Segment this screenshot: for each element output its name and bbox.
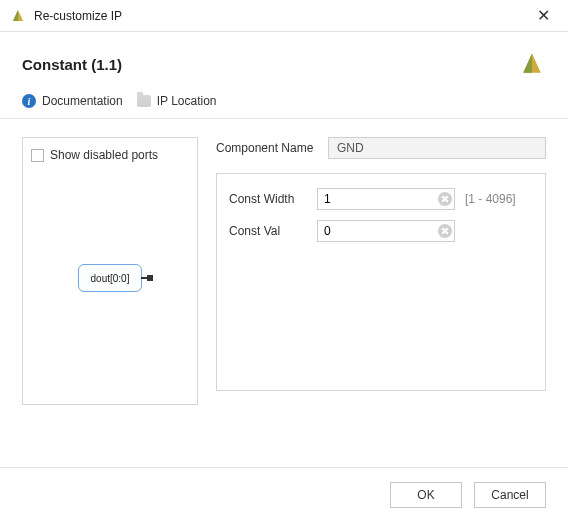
const-width-row: Const Width [1 - 4096] xyxy=(229,188,533,210)
window-title: Re-customize IP xyxy=(34,9,122,23)
component-name-row: Component Name xyxy=(216,137,546,159)
footer-separator xyxy=(0,467,568,468)
main: Show disabled ports dout[0:0] Component … xyxy=(0,119,568,405)
app-logo-icon xyxy=(518,50,546,78)
const-width-input[interactable] xyxy=(317,188,455,210)
ip-location-label: IP Location xyxy=(157,94,217,108)
svg-marker-3 xyxy=(523,54,532,73)
page-title: Constant (1.1) xyxy=(22,56,122,73)
show-disabled-ports-row[interactable]: Show disabled ports xyxy=(31,148,189,162)
properties-panel: Component Name Const Width [1 - 4096] Co… xyxy=(216,137,546,405)
titlebar: Re-customize IP ✕ xyxy=(0,0,568,32)
cancel-button[interactable]: Cancel xyxy=(474,482,546,508)
port-label: dout[0:0] xyxy=(91,273,130,284)
folder-icon xyxy=(137,95,151,107)
const-width-range: [1 - 4096] xyxy=(465,192,516,206)
svg-marker-1 xyxy=(13,10,18,21)
clear-icon[interactable] xyxy=(438,192,452,206)
const-width-input-wrap xyxy=(317,188,455,210)
titlebar-left: Re-customize IP xyxy=(10,8,122,24)
show-disabled-ports-checkbox[interactable] xyxy=(31,149,44,162)
component-name-label: Component Name xyxy=(216,141,320,155)
output-pin-icon xyxy=(141,277,150,279)
clear-icon[interactable] xyxy=(438,224,452,238)
const-val-input-wrap xyxy=(317,220,455,242)
const-val-row: Const Val xyxy=(229,220,533,242)
close-icon[interactable]: ✕ xyxy=(533,4,554,28)
app-icon xyxy=(10,8,26,24)
header: Constant (1.1) xyxy=(0,32,568,88)
info-icon: i xyxy=(22,94,36,108)
ip-location-link[interactable]: IP Location xyxy=(137,94,217,108)
documentation-label: Documentation xyxy=(42,94,123,108)
block-diagram: dout[0:0] xyxy=(31,162,189,394)
const-width-label: Const Width xyxy=(229,192,307,206)
component-name-input[interactable] xyxy=(328,137,546,159)
const-val-input[interactable] xyxy=(317,220,455,242)
documentation-link[interactable]: i Documentation xyxy=(22,94,123,108)
toolbar: i Documentation IP Location xyxy=(0,88,568,119)
properties-box: Const Width [1 - 4096] Const Val xyxy=(216,173,546,391)
ok-button[interactable]: OK xyxy=(390,482,462,508)
show-disabled-ports-label: Show disabled ports xyxy=(50,148,158,162)
ip-block[interactable]: dout[0:0] xyxy=(78,264,142,292)
ports-panel: Show disabled ports dout[0:0] xyxy=(22,137,198,405)
footer: OK Cancel xyxy=(390,482,546,508)
const-val-label: Const Val xyxy=(229,224,307,238)
